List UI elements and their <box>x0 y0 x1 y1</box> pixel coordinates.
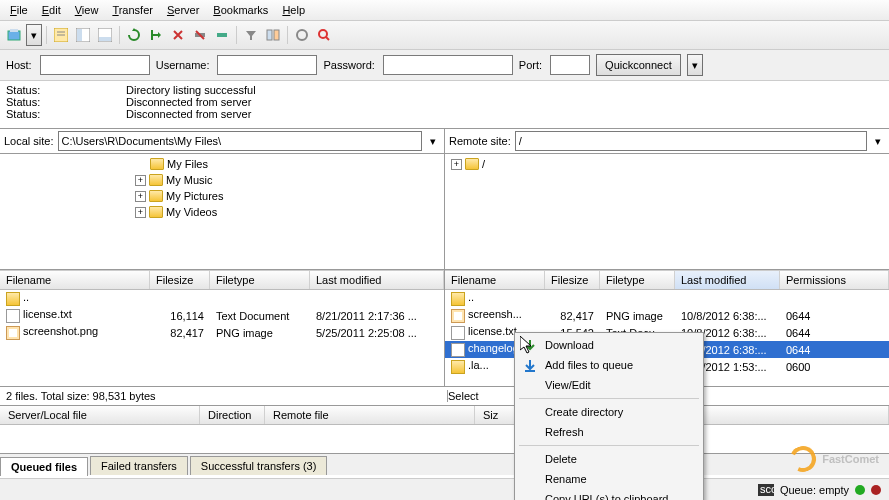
svg-rect-18 <box>525 370 535 372</box>
status-dot-red <box>871 485 881 495</box>
cancel-icon[interactable] <box>168 25 188 45</box>
compare-icon[interactable] <box>263 25 283 45</box>
menu-view-edit[interactable]: View/Edit <box>517 375 701 395</box>
menu-add-files-to-queue[interactable]: Add files to queue <box>517 355 701 375</box>
toggle-tree-icon[interactable] <box>73 25 93 45</box>
local-path-dropdown[interactable]: ▾ <box>426 135 440 148</box>
expand-icon[interactable]: + <box>135 191 146 202</box>
menu-refresh[interactable]: Refresh <box>517 422 701 442</box>
svg-rect-6 <box>77 29 82 41</box>
expand-icon[interactable]: + <box>135 207 146 218</box>
file-lists: Filename Filesize Filetype Last modified… <box>0 270 889 387</box>
port-label: Port: <box>519 59 542 71</box>
folder-icon <box>149 174 163 186</box>
col-filesize[interactable]: Filesize <box>545 271 600 289</box>
refresh-icon[interactable] <box>124 25 144 45</box>
remote-path-dropdown[interactable]: ▾ <box>871 135 885 148</box>
svg-rect-10 <box>217 33 227 37</box>
log-label: Status: <box>6 96 126 108</box>
user-label: Username: <box>156 59 210 71</box>
menu-copy-url-s-to-clipboard[interactable]: Copy URL(s) to clipboard <box>517 489 701 500</box>
col-lastmod[interactable]: Last modified <box>675 271 780 289</box>
toolbar: ▾ <box>0 21 889 50</box>
col-filename[interactable]: Filename <box>445 271 545 289</box>
filter-icon[interactable] <box>241 25 261 45</box>
file-row[interactable]: license.txt16,114Text Document8/21/2011 … <box>0 307 444 324</box>
menu-delete[interactable]: Delete <box>517 449 701 469</box>
message-log[interactable]: Status:Directory listing successful Stat… <box>0 81 889 129</box>
svg-rect-8 <box>99 37 111 41</box>
sync-browse-icon[interactable] <box>292 25 312 45</box>
menu-server[interactable]: Server <box>161 2 205 18</box>
queue-body[interactable] <box>0 425 889 453</box>
file-row[interactable]: screenshot.png82,417PNG image5/25/2011 2… <box>0 324 444 341</box>
watermark: FastComet <box>790 446 879 472</box>
file-row[interactable]: .. <box>445 290 889 307</box>
queue-status: Queue: empty <box>780 484 849 496</box>
context-menu: DownloadAdd files to queueView/EditCreat… <box>514 332 704 500</box>
site-manager-dropdown[interactable]: ▾ <box>26 24 42 46</box>
menu-transfer[interactable]: Transfer <box>106 2 159 18</box>
find-icon[interactable] <box>314 25 334 45</box>
quickconnect-dropdown[interactable]: ▾ <box>687 54 703 76</box>
col-lastmod[interactable]: Last modified <box>310 271 444 289</box>
menu-download[interactable]: Download <box>517 335 701 355</box>
col-filetype[interactable]: Filetype <box>600 271 675 289</box>
menu-help[interactable]: Help <box>276 2 311 18</box>
svg-point-14 <box>319 30 327 38</box>
col-permissions[interactable]: Permissions <box>780 271 889 289</box>
col-server-file[interactable]: Server/Local file <box>0 406 200 424</box>
expand-icon[interactable]: + <box>135 175 146 186</box>
menu-edit[interactable]: Edit <box>36 2 67 18</box>
toggle-log-icon[interactable] <box>51 25 71 45</box>
log-msg: Disconnected from server <box>126 96 251 108</box>
col-filename[interactable]: Filename <box>0 271 150 289</box>
svg-line-15 <box>326 37 329 40</box>
menu-rename[interactable]: Rename <box>517 469 701 489</box>
quickconnect-bar: Host: Username: Password: Port: Quickcon… <box>0 50 889 81</box>
disconnect-icon[interactable] <box>190 25 210 45</box>
menu-file[interactable]: File <box>4 2 34 18</box>
remote-tree[interactable]: +/ <box>445 154 889 269</box>
local-site-label: Local site: <box>4 135 54 147</box>
folder-icon <box>465 158 479 170</box>
col-direction[interactable]: Direction <box>200 406 265 424</box>
password-input[interactable] <box>383 55 513 75</box>
remote-path-input[interactable] <box>515 131 867 151</box>
col-filetype[interactable]: Filetype <box>210 271 310 289</box>
svg-point-13 <box>297 30 307 40</box>
site-manager-icon[interactable] <box>4 25 24 45</box>
fastcomet-logo-icon <box>786 442 819 475</box>
expand-icon[interactable]: + <box>451 159 462 170</box>
quickconnect-button[interactable]: Quickconnect <box>596 54 681 76</box>
svg-rect-11 <box>267 30 272 40</box>
reconnect-icon[interactable] <box>212 25 232 45</box>
png-icon <box>451 309 465 323</box>
folder-icon <box>150 158 164 170</box>
file-row[interactable]: screensh...82,417PNG image10/8/2012 6:38… <box>445 307 889 324</box>
local-path-input[interactable] <box>58 131 422 151</box>
tab-failed[interactable]: Failed transfers <box>90 456 188 475</box>
toggle-queue-icon[interactable] <box>95 25 115 45</box>
col-filesize[interactable]: Filesize <box>150 271 210 289</box>
username-input[interactable] <box>217 55 317 75</box>
host-input[interactable] <box>40 55 150 75</box>
menu-create-directory[interactable]: Create directory <box>517 402 701 422</box>
tab-successful[interactable]: Successful transfers (3) <box>190 456 328 475</box>
file-row[interactable]: .. <box>0 290 444 307</box>
site-bar: Local site: ▾ Remote site: ▾ <box>0 129 889 154</box>
tree-panes: My Files +My Music +My Pictures +My Vide… <box>0 154 889 270</box>
folder-icon <box>451 292 465 306</box>
process-queue-icon[interactable] <box>146 25 166 45</box>
svg-rect-1 <box>10 29 18 32</box>
menu-bookmarks[interactable]: Bookmarks <box>207 2 274 18</box>
download-icon <box>522 338 538 354</box>
menubar: File Edit View Transfer Server Bookmarks… <box>0 0 889 21</box>
local-file-list[interactable]: Filename Filesize Filetype Last modified… <box>0 270 445 386</box>
ftp-indicator-icon: sco <box>758 484 774 496</box>
local-tree[interactable]: My Files +My Music +My Pictures +My Vide… <box>0 154 445 269</box>
menu-view[interactable]: View <box>69 2 105 18</box>
tab-queued[interactable]: Queued files <box>0 457 88 476</box>
port-input[interactable] <box>550 55 590 75</box>
col-remote-file[interactable]: Remote file <box>265 406 475 424</box>
